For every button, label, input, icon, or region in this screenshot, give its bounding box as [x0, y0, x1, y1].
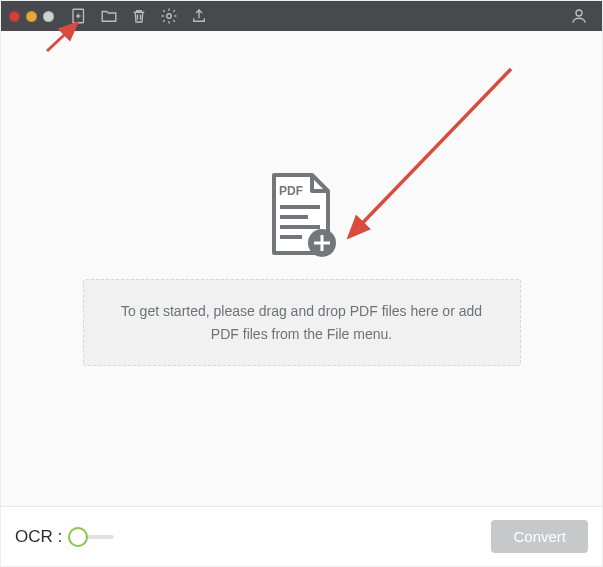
minimize-window-button[interactable]: [26, 11, 37, 22]
folder-icon: [100, 7, 118, 25]
window-controls: [9, 11, 54, 22]
drop-zone[interactable]: PDF To get started, please drag and drop…: [1, 31, 602, 506]
pdf-icon-label: PDF: [279, 184, 303, 198]
export-button[interactable]: [184, 1, 214, 31]
delete-button[interactable]: [124, 1, 154, 31]
close-window-button[interactable]: [9, 11, 20, 22]
account-icon: [570, 7, 588, 25]
pdf-add-icon: PDF: [262, 171, 342, 261]
drop-hint-text: To get started, please drag and drop PDF…: [121, 303, 482, 341]
toggle-knob: [68, 527, 88, 547]
svg-point-6: [576, 10, 582, 16]
add-file-icon: [70, 7, 88, 25]
drop-hint-box: To get started, please drag and drop PDF…: [83, 279, 521, 366]
account-button[interactable]: [564, 1, 594, 31]
export-up-icon: [190, 7, 208, 25]
ocr-toggle[interactable]: [68, 526, 118, 548]
convert-button[interactable]: Convert: [491, 520, 588, 553]
open-folder-button[interactable]: [94, 1, 124, 31]
trash-icon: [130, 7, 148, 25]
zoom-window-button[interactable]: [43, 11, 54, 22]
titlebar: [1, 1, 602, 31]
bottom-bar: OCR : Convert: [1, 506, 602, 566]
gear-icon: [160, 7, 178, 25]
svg-point-5: [167, 14, 172, 19]
ocr-label: OCR :: [15, 527, 62, 547]
add-file-button[interactable]: [64, 1, 94, 31]
settings-button[interactable]: [154, 1, 184, 31]
app-window: PDF To get started, please drag and drop…: [0, 0, 603, 567]
